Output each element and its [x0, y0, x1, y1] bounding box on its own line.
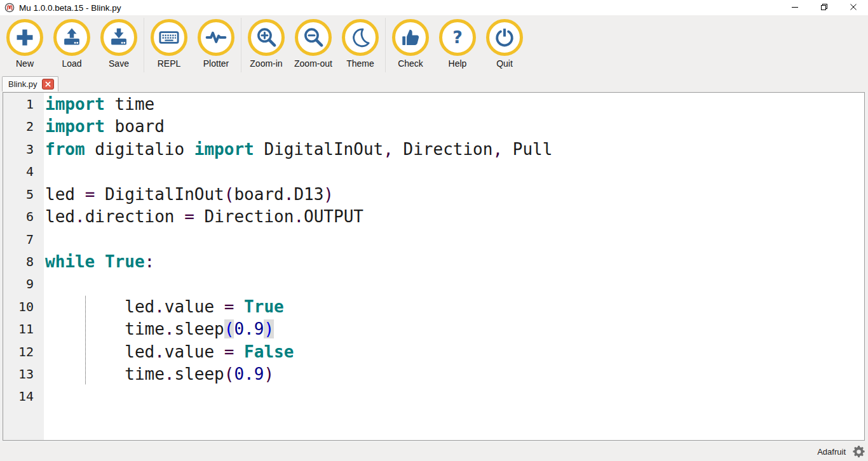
- code-line-1[interactable]: import time: [45, 93, 864, 116]
- toolbar-separator: [385, 18, 386, 72]
- toolbar-button-load[interactable]: Load: [48, 15, 95, 69]
- matched-brace-token: ): [264, 319, 274, 338]
- editor-pane: 1234567891011121314 import timeimport bo…: [3, 92, 865, 441]
- code-line-8[interactable]: while True:: [45, 251, 864, 273]
- code-line-7[interactable]: [45, 229, 864, 251]
- toolbar-button-ring: [295, 19, 332, 56]
- operator-token: ): [264, 364, 274, 384]
- number-token: 0.9: [234, 319, 264, 338]
- code-token: led: [45, 207, 75, 226]
- line-number: 7: [3, 229, 44, 251]
- line-number: 13: [3, 363, 44, 385]
- toolbar-button-label: New: [16, 58, 34, 69]
- restore-button[interactable]: [810, 0, 839, 15]
- line-number: 1: [3, 93, 44, 116]
- operator-token: .: [165, 364, 175, 384]
- toolbar-button-ring: [392, 19, 429, 56]
- minimize-icon: [791, 2, 799, 13]
- line-number: 5: [3, 184, 44, 206]
- operator-token: =: [184, 207, 194, 226]
- toolbar-button-zoom-in[interactable]: Zoom-in: [243, 15, 290, 69]
- toolbar-button-plotter[interactable]: Plotter: [193, 15, 240, 69]
- tab-blink-py[interactable]: Blink.py: [2, 76, 58, 91]
- code-line-4[interactable]: [45, 161, 864, 183]
- toolbar-button-repl[interactable]: REPL: [146, 15, 193, 69]
- line-number: 6: [3, 206, 44, 228]
- toolbar-button-ring: [486, 19, 523, 56]
- toolbar-button-label: Theme: [346, 58, 374, 69]
- toolbar: NewLoadSaveREPLPlotterZoom-inZoom-outThe…: [0, 15, 868, 76]
- thumbs-up-icon: [400, 27, 421, 48]
- toolbar-separator: [144, 18, 144, 72]
- toolbar-button-label: Load: [62, 58, 81, 69]
- toolbar-button-new[interactable]: New: [1, 15, 48, 69]
- toolbar-button-label: Plotter: [203, 58, 229, 69]
- code-token: digitalio: [85, 140, 194, 159]
- code-line-11[interactable]: time.sleep(0.9): [45, 318, 864, 340]
- toolbar-button-label: Quit: [496, 58, 513, 69]
- code-token: board: [234, 185, 283, 204]
- line-number: 8: [3, 251, 44, 273]
- tab-close-button[interactable]: [42, 79, 54, 90]
- operator-token: .: [294, 207, 304, 226]
- toolbar-button-label: Help: [449, 58, 467, 69]
- toolbar-button-label: Zoom-in: [250, 58, 282, 69]
- restore-icon: [820, 2, 828, 13]
- toolbar-button-zoom-out[interactable]: Zoom-out: [290, 15, 337, 69]
- code-token: D13: [294, 185, 323, 204]
- keyword-token: from: [45, 140, 85, 159]
- code-token: led: [45, 297, 154, 316]
- toolbar-button-ring: [342, 19, 379, 56]
- download-icon: [108, 27, 130, 48]
- status-bar: Adafruit: [0, 443, 868, 461]
- line-number: 3: [3, 138, 44, 161]
- operator-token: (: [224, 364, 234, 384]
- code-line-9[interactable]: [45, 273, 864, 295]
- line-number: 10: [3, 296, 44, 318]
- operator-token: :: [145, 252, 155, 271]
- code-area[interactable]: import timeimport boardfrom digitalio im…: [44, 93, 864, 440]
- minimize-button[interactable]: [780, 0, 810, 15]
- keyboard-icon: [158, 26, 180, 49]
- zoom-in-icon: [255, 26, 278, 49]
- code-token: [234, 297, 244, 316]
- code-token: DigitalInOut: [95, 185, 224, 204]
- toolbar-button-label: Save: [109, 58, 129, 69]
- code-token: led: [45, 185, 85, 204]
- indentation-guide: [85, 296, 86, 384]
- operator-token: ,: [492, 140, 503, 159]
- code-line-14[interactable]: [45, 385, 864, 408]
- window-title: Mu 1.0.0.beta.15 - Blink.py: [19, 3, 121, 13]
- code-line-6[interactable]: led.direction = Direction.OUTPUT: [45, 206, 864, 228]
- line-number: 9: [3, 273, 44, 295]
- code-line-10[interactable]: led.value = True: [45, 296, 864, 318]
- gear-icon[interactable]: [851, 444, 866, 459]
- close-icon: [45, 81, 51, 87]
- code-token: board: [105, 117, 165, 136]
- keyword-token: import: [45, 95, 105, 114]
- line-number-gutter: 1234567891011121314: [3, 93, 44, 440]
- tab-bar: Blink.py: [0, 76, 868, 92]
- line-number: 12: [3, 341, 44, 363]
- toolbar-button-label: Zoom-out: [294, 58, 332, 69]
- code-line-2[interactable]: import board: [45, 116, 864, 138]
- operator-token: =: [224, 297, 234, 316]
- toolbar-button-ring: [198, 19, 234, 56]
- code-line-5[interactable]: led = DigitalInOut(board.D13): [45, 184, 864, 206]
- toolbar-button-quit[interactable]: Quit: [481, 15, 528, 69]
- close-window-button[interactable]: [839, 0, 868, 15]
- code-line-12[interactable]: led.value = False: [45, 341, 864, 363]
- code-token: time: [45, 364, 165, 384]
- toolbar-button-theme[interactable]: Theme: [337, 15, 384, 69]
- toolbar-button-check[interactable]: Check: [387, 15, 434, 69]
- toolbar-button-help[interactable]: ?Help: [434, 15, 481, 69]
- code-line-3[interactable]: from digitalio import DigitalInOut, Dire…: [45, 138, 864, 161]
- code-line-13[interactable]: time.sleep(0.9): [45, 363, 864, 385]
- operator-token: .: [165, 319, 175, 338]
- line-number: 14: [3, 385, 44, 408]
- device-mode-label: Adafruit: [817, 447, 846, 457]
- code-token: value: [165, 297, 224, 316]
- power-icon: [494, 27, 515, 48]
- line-number: 11: [3, 318, 44, 340]
- toolbar-button-save[interactable]: Save: [95, 15, 142, 69]
